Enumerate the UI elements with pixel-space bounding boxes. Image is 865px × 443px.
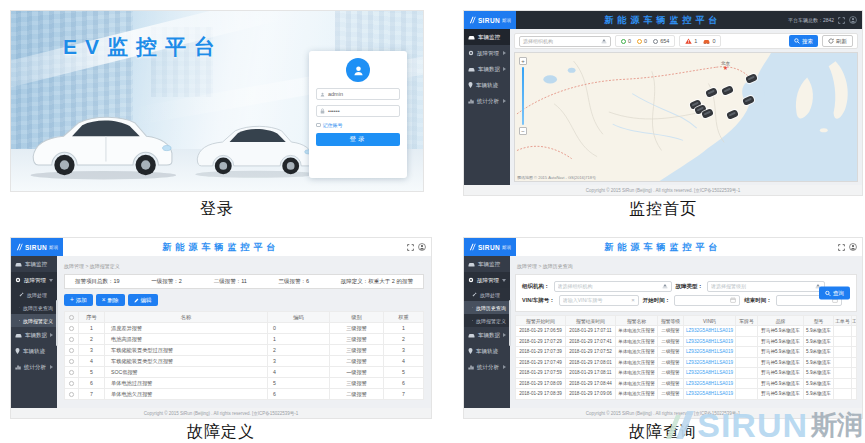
sidebar-item-vehicle-track[interactable]: 车辆轨迹 <box>11 343 57 359</box>
row-checkbox[interactable] <box>69 359 74 364</box>
stat-total: 报警项目总数：19 <box>75 278 120 285</box>
zoom-out-button[interactable]: − <box>519 127 527 135</box>
table-cell: 0 <box>268 323 330 334</box>
table-row[interactable]: 4车载储能装置类型欠压报警3二级报警4 <box>65 356 424 367</box>
vin-input[interactable]: 请输入VIN/车牌号 × <box>559 295 639 306</box>
delete-button[interactable]: ×删除 <box>96 294 125 306</box>
sidebar-item-statistics[interactable]: 统计分析 <box>464 359 510 375</box>
table-cell: 2 <box>268 345 330 356</box>
brand-logo[interactable]: SIRUN 斯润 <box>464 238 516 256</box>
account-icon[interactable] <box>849 243 857 251</box>
account-icon[interactable] <box>418 243 426 251</box>
sidebar-subitem-alarm-definition[interactable]: 故障报警定义 <box>464 314 510 327</box>
scrollbar[interactable] <box>56 300 59 346</box>
sidebar-subitem-fault-history[interactable]: 故障历史查询 <box>11 301 57 314</box>
table-row[interactable]: 2018-01-29 17:08:392018-01-29 17:09:06单体… <box>516 389 857 400</box>
sidebar-item-vehicle-monitor[interactable]: 车辆监控 <box>464 29 510 45</box>
remember-checkbox[interactable]: 记住账号 <box>316 122 400 128</box>
sidebar-item-vehicle-data[interactable]: 车辆数据 <box>464 61 510 77</box>
clear-icon[interactable]: × <box>631 297 635 303</box>
sidebar-item-fault-management[interactable]: 故障管理 <box>464 45 510 61</box>
car-icon <box>468 333 475 338</box>
refresh-button[interactable]: 刷新 <box>822 35 853 47</box>
search-button[interactable]: 搜索 <box>789 35 818 47</box>
table-row[interactable]: 1温度差异报警0三级报警1 <box>65 323 424 334</box>
start-time-input[interactable] <box>674 295 740 306</box>
table-row[interactable]: 3车载储能装置类型过压报警2三级报警3 <box>65 345 424 356</box>
sidebar-item-vehicle-data[interactable]: 车辆数据 <box>11 327 57 343</box>
row-checkbox[interactable] <box>69 370 74 375</box>
sidebar-item-fault-management[interactable]: 故障管理 <box>464 272 510 288</box>
alarm-stats-bar: 报警项目总数：19 一级报警：2 二级报警：11 三级报警：6 故障定义：权重大… <box>64 274 424 289</box>
add-button[interactable]: +添加 <box>64 294 93 306</box>
row-checkbox[interactable] <box>69 337 74 342</box>
login-screenshot: EV监控平台 admin •••••• 记住账号 登录 <box>10 10 424 192</box>
table-cell: SOC低报警 <box>105 367 268 378</box>
row-checkbox[interactable] <box>69 348 74 353</box>
login-button[interactable]: 登录 <box>316 133 400 146</box>
bell-icon <box>472 318 473 323</box>
password-value: •••••• <box>328 108 340 114</box>
table-cell: 三级报警 <box>330 323 384 334</box>
chevron-right-icon <box>503 99 506 103</box>
fullscreen-icon[interactable] <box>407 244 414 251</box>
sidebar: 车辆监控 故障管理 车辆数据 车辆轨迹 统计分析 <box>464 29 510 185</box>
sidebar-item-vehicle-data[interactable]: 车辆数据 <box>464 327 510 343</box>
brand-logo[interactable]: SIRUN 斯润 <box>11 238 63 256</box>
chevron-right-icon <box>503 51 506 55</box>
table-cell: 5 <box>384 367 424 378</box>
sidebar-subitem-fault-history[interactable]: 故障历史查询 <box>464 301 510 314</box>
table-row[interactable]: 2018-01-29 17:08:092018-01-29 17:08:44单体… <box>516 378 857 389</box>
org-select[interactable]: 请选择组织机构 <box>554 281 672 292</box>
app-header: SIRUN 斯润 新能源车辆监控平台 <box>464 238 862 256</box>
table-cell: 5.9米物流车 <box>804 368 834 379</box>
table-cell: 3 <box>384 345 424 356</box>
username-field[interactable]: admin <box>316 88 400 100</box>
fullscreen-icon[interactable] <box>838 244 845 251</box>
sidebar-item-vehicle-monitor[interactable]: 车辆监控 <box>464 256 510 272</box>
sidebar-item-vehicle-track[interactable]: 车辆轨迹 <box>464 77 510 93</box>
alert-status-group: 1 0 <box>679 35 721 47</box>
sidebar-subitem-alarm-definition[interactable]: 故障报警定义 <box>11 314 57 327</box>
fault-type-select[interactable]: 请选择报警级别 <box>707 281 825 292</box>
sidebar-item-statistics[interactable]: 统计分析 <box>11 359 57 375</box>
table-row[interactable]: 2018-01-29 17:07:592018-01-29 17:08:11单体… <box>516 368 857 379</box>
scrollbar[interactable] <box>509 300 512 346</box>
table-row[interactable]: 2018-01-29 17:07:492018-01-29 17:08:01单体… <box>516 357 857 368</box>
table-row[interactable]: 6单体电池过压报警5三级报警6 <box>65 378 424 389</box>
table-cell: 三级报警 <box>330 345 384 356</box>
zoom-in-button[interactable]: + <box>519 57 527 65</box>
query-button[interactable]: 查询 <box>819 287 850 300</box>
table-row[interactable]: 2018-01-29 17:07:292018-01-29 17:07:41单体… <box>516 336 857 347</box>
sidebar-item-fault-management[interactable]: 故障管理 <box>11 272 57 288</box>
sidebar-subitem-fault-handle[interactable]: 故障处理 <box>464 288 510 301</box>
table-row[interactable]: 7单体电池欠压报警6二级报警7 <box>65 389 424 400</box>
sidebar-item-statistics[interactable]: 统计分析 <box>464 93 510 109</box>
row-checkbox[interactable] <box>69 381 74 386</box>
refresh-icon <box>828 38 834 44</box>
zoom-slider[interactable] <box>522 67 524 125</box>
sidebar-subitem-fault-handle[interactable]: 故障处理 <box>11 288 57 301</box>
edit-button[interactable]: 编辑 <box>128 294 158 306</box>
brand-logo[interactable]: SIRUN 斯润 <box>464 11 516 29</box>
table-row[interactable]: 2018-01-29 17:07:392018-01-29 17:07:52单体… <box>516 347 857 358</box>
table-row[interactable]: 2电池高温报警1三级报警2 <box>65 334 424 345</box>
account-icon[interactable] <box>849 16 857 24</box>
table-cell <box>852 368 857 379</box>
sirun-slashes-icon <box>469 16 476 24</box>
table-cell: 2018-01-29 17:09:06 <box>566 389 616 400</box>
org-select-input[interactable]: 选择组织机构 <box>519 36 611 47</box>
pin-icon <box>468 82 473 88</box>
password-field[interactable]: •••••• <box>316 105 400 117</box>
sirun-slashes-icon <box>16 243 23 251</box>
row-checkbox[interactable] <box>69 392 74 397</box>
table-row[interactable]: 5SOC低报警4一级报警5 <box>65 367 424 378</box>
table-cell: 三级报警 <box>330 334 384 345</box>
sidebar-item-vehicle-monitor[interactable]: 车辆监控 <box>11 256 57 272</box>
select-all-header[interactable] <box>65 312 79 323</box>
sidebar-item-vehicle-track[interactable]: 车辆轨迹 <box>464 343 510 359</box>
table-row[interactable]: 2018-01-29 17:06:592018-01-29 17:07:11单体… <box>516 326 857 337</box>
row-checkbox[interactable] <box>69 326 74 331</box>
fullscreen-icon[interactable] <box>838 17 845 24</box>
china-map[interactable]: + − 北京 ★ 腾讯地图 © 2015 AutoNavi - GS(2016)… <box>514 52 858 182</box>
